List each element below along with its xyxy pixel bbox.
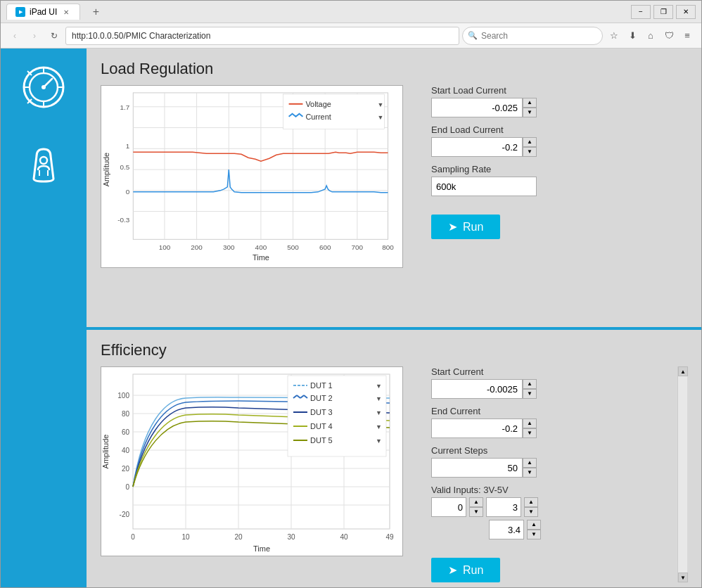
svg-text:20: 20: [122, 465, 130, 473]
start-current-spinner: ▲ ▼: [523, 379, 537, 399]
end-current-input[interactable]: [431, 418, 523, 438]
valid-inputs-row2: ▲ ▼: [431, 520, 663, 539]
svg-rect-44: [283, 94, 385, 129]
valid-input-1[interactable]: [431, 497, 466, 517]
start-load-current-down[interactable]: ▼: [523, 108, 537, 117]
end-current-label: End Current: [431, 406, 663, 416]
current-steps-input[interactable]: [431, 458, 523, 478]
svg-point-11: [42, 85, 46, 89]
valid-input-1-down[interactable]: ▼: [469, 507, 483, 517]
end-load-current-input-row: ▲ ▼: [431, 137, 687, 157]
svg-text:1.7: 1.7: [120, 103, 130, 111]
svg-text:▼: ▼: [376, 383, 382, 390]
end-current-input-row: ▲ ▼: [431, 418, 663, 438]
svg-text:▼: ▼: [378, 114, 384, 121]
load-regulation-controls: Start Load Current ▲ ▼ End Load Current: [417, 85, 687, 268]
run-label: Run: [463, 221, 483, 234]
efficiency-title: Efficiency: [101, 341, 687, 359]
load-regulation-run-button[interactable]: ➤ Run: [431, 215, 500, 239]
end-load-current-down[interactable]: ▼: [523, 147, 537, 157]
efficiency-controls: Start Current ▲ ▼ End Current: [417, 366, 663, 582]
sampling-rate-input-row: [431, 177, 687, 196]
end-current-up[interactable]: ▲: [523, 418, 537, 428]
valid-input-2-up[interactable]: ▲: [524, 497, 538, 507]
reload-button[interactable]: ↻: [46, 27, 63, 44]
svg-text:DUT 4: DUT 4: [310, 422, 333, 430]
start-load-current-input[interactable]: [431, 98, 523, 117]
sidebar-icon-weight[interactable]: [19, 140, 68, 189]
scroll-up-button[interactable]: ▲: [678, 366, 688, 376]
start-current-down[interactable]: ▼: [523, 389, 537, 399]
home-icon[interactable]: ⌂: [642, 27, 659, 44]
svg-text:0: 0: [131, 533, 135, 541]
valid-input-3-up[interactable]: ▲: [527, 520, 541, 530]
end-load-current-spinner: ▲ ▼: [523, 137, 537, 157]
svg-text:Amplitude: Amplitude: [101, 435, 110, 469]
start-current-input[interactable]: [431, 379, 523, 399]
end-load-current-group: End Load Current ▲ ▼: [431, 124, 687, 157]
restore-button[interactable]: ❐: [653, 5, 673, 19]
end-load-current-input[interactable]: [431, 137, 523, 157]
efficiency-run-button[interactable]: ➤ Run: [431, 558, 500, 582]
valid-inputs-label: Valid Inputs: 3V-5V: [431, 485, 663, 495]
content-area: Load Regulation: [1, 49, 701, 587]
svg-text:500: 500: [287, 243, 299, 251]
end-current-down[interactable]: ▼: [523, 428, 537, 438]
browser-frame: iPad UI ✕ + − ❐ ✕ ‹ › ↻ http:10.0.0.50/P…: [0, 0, 702, 588]
valid-input-3-down[interactable]: ▼: [527, 530, 541, 539]
end-current-spinner: ▲ ▼: [523, 418, 537, 438]
svg-text:Amplitude: Amplitude: [102, 153, 110, 186]
scrollbar-vertical[interactable]: ▲ ▼: [677, 366, 687, 582]
svg-text:Time: Time: [253, 544, 270, 553]
svg-text:0: 0: [126, 188, 130, 196]
svg-text:40: 40: [340, 533, 348, 541]
sidebar-icon-gauge[interactable]: [19, 63, 68, 112]
start-load-current-input-row: ▲ ▼: [431, 98, 687, 117]
svg-point-12: [40, 157, 47, 164]
load-regulation-panel: Load Regulation: [87, 49, 701, 330]
bookmark-icon[interactable]: ☆: [606, 27, 623, 44]
svg-text:49: 49: [385, 533, 394, 541]
new-tab-button[interactable]: +: [86, 2, 106, 22]
svg-text:800: 800: [382, 243, 394, 251]
valid-input-1-up[interactable]: ▲: [469, 497, 483, 507]
title-bar-left: iPad UI ✕ +: [6, 2, 631, 22]
start-load-current-group: Start Load Current ▲ ▼: [431, 85, 687, 117]
tab-close-button[interactable]: ✕: [61, 7, 71, 17]
svg-text:DUT 3: DUT 3: [310, 408, 333, 416]
search-bar-wrap: 🔍: [462, 27, 603, 45]
end-current-group: End Current ▲ ▼: [431, 406, 663, 438]
valid-input-2[interactable]: [486, 497, 521, 517]
valid-input-2-down[interactable]: ▼: [524, 507, 538, 517]
download-icon[interactable]: ⬇: [624, 27, 641, 44]
back-button[interactable]: ‹: [6, 27, 23, 44]
svg-text:0: 0: [125, 483, 129, 491]
minimize-button[interactable]: −: [631, 5, 651, 19]
start-current-input-row: ▲ ▼: [431, 379, 663, 399]
end-load-current-up[interactable]: ▲: [523, 137, 537, 147]
browser-tab[interactable]: iPad UI ✕: [6, 4, 80, 20]
search-input[interactable]: [462, 27, 603, 45]
current-steps-group: Current Steps ▲ ▼: [431, 445, 663, 478]
start-load-current-up[interactable]: ▲: [523, 98, 537, 108]
svg-text:Current: Current: [305, 113, 331, 121]
svg-text:▼: ▼: [376, 409, 382, 416]
svg-text:▼: ▼: [376, 437, 382, 445]
menu-icon[interactable]: ≡: [679, 27, 696, 44]
start-current-up[interactable]: ▲: [523, 379, 537, 389]
scroll-down-button[interactable]: ▼: [678, 573, 688, 582]
close-button[interactable]: ✕: [676, 5, 696, 19]
shield-icon[interactable]: 🛡: [660, 27, 677, 44]
current-steps-down[interactable]: ▼: [523, 468, 537, 478]
valid-input-3-spinner: ▲ ▼: [527, 520, 541, 539]
valid-input-3[interactable]: [489, 520, 524, 539]
sampling-rate-input[interactable]: [431, 177, 537, 196]
svg-rect-78: [288, 376, 386, 456]
forward-button[interactable]: ›: [26, 27, 43, 44]
url-bar[interactable]: http:10.0.0.50/PMIC Characterization: [65, 27, 459, 45]
start-load-current-spinner: ▲ ▼: [523, 98, 537, 117]
svg-text:200: 200: [191, 243, 203, 251]
current-steps-up[interactable]: ▲: [523, 458, 537, 468]
svg-text:80: 80: [122, 410, 130, 418]
svg-text:0.5: 0.5: [120, 163, 130, 171]
